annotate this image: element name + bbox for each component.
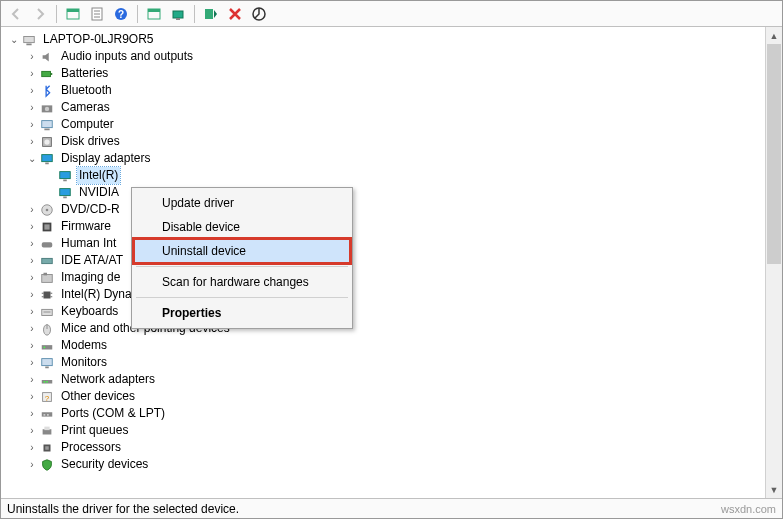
- tree-item-label: Print queues: [59, 422, 130, 439]
- tree-category-10[interactable]: IDE ATA/AT: [3, 252, 763, 269]
- tree-item-label: Modems: [59, 337, 109, 354]
- tree-category-11[interactable]: Imaging de: [3, 269, 763, 286]
- tree-item-label: Processors: [59, 439, 123, 456]
- expand-icon[interactable]: [25, 133, 39, 150]
- tree-category-12[interactable]: Intel(R) Dynamic Platform and Thermal Fr…: [3, 286, 763, 303]
- svg-rect-17: [51, 73, 53, 75]
- context-menu-separator: [136, 297, 348, 298]
- context-menu-separator: [136, 266, 348, 267]
- tree-category-14[interactable]: Mice and other pointing devices: [3, 320, 763, 337]
- tree-category-22[interactable]: Security devices: [3, 456, 763, 473]
- tree-item-label: Firmware: [59, 218, 113, 235]
- tree-category-15[interactable]: Modems: [3, 337, 763, 354]
- tree-category-9[interactable]: Human Int: [3, 235, 763, 252]
- tree-item-label: Imaging de: [59, 269, 122, 286]
- tree-category-2[interactable]: Bluetooth: [3, 82, 763, 99]
- svg-rect-50: [45, 366, 49, 368]
- expand-icon[interactable]: [25, 286, 39, 303]
- context-menu[interactable]: Update driverDisable deviceUninstall dev…: [131, 187, 353, 329]
- collapse-icon[interactable]: [7, 31, 21, 48]
- svg-point-52: [44, 380, 46, 382]
- tree-category-19[interactable]: Ports (COM & LPT): [3, 405, 763, 422]
- dvd-icon: [39, 202, 55, 218]
- device-tree[interactable]: LAPTOP-0LJR9OR5Audio inputs and outputsB…: [1, 27, 765, 498]
- scan-button[interactable]: [143, 3, 165, 25]
- tree-category-13[interactable]: Keyboards: [3, 303, 763, 320]
- expand-icon[interactable]: [25, 48, 39, 65]
- svg-rect-35: [42, 258, 53, 263]
- svg-rect-27: [63, 179, 67, 181]
- show-hidden-button[interactable]: [62, 3, 84, 25]
- monitor-icon: [39, 355, 55, 371]
- imaging-icon: [39, 270, 55, 286]
- expand-icon[interactable]: [25, 439, 39, 456]
- tree-category-0[interactable]: Audio inputs and outputs: [3, 48, 763, 65]
- properties-button[interactable]: [86, 3, 108, 25]
- expand-icon[interactable]: [25, 218, 39, 235]
- tree-category-3[interactable]: Cameras: [3, 99, 763, 116]
- svg-rect-34: [42, 242, 53, 247]
- update-driver-button[interactable]: [167, 3, 189, 25]
- battery-icon: [39, 66, 55, 82]
- expand-icon[interactable]: [25, 252, 39, 269]
- tree-device-6-1[interactable]: NVIDIA: [3, 184, 763, 201]
- tree-root[interactable]: LAPTOP-0LJR9OR5: [3, 31, 763, 48]
- svg-rect-16: [42, 71, 51, 76]
- collapse-icon[interactable]: [25, 150, 39, 167]
- modem-icon: [39, 338, 55, 354]
- context-menu-item-6[interactable]: Properties: [134, 301, 350, 325]
- tree-category-4[interactable]: Computer: [3, 116, 763, 133]
- svg-rect-24: [42, 154, 53, 161]
- tree-category-7[interactable]: DVD/CD-R: [3, 201, 763, 218]
- tree-category-6[interactable]: Display adapters: [3, 150, 763, 167]
- expand-icon[interactable]: [25, 235, 39, 252]
- tree-category-1[interactable]: Batteries: [3, 65, 763, 82]
- expand-icon[interactable]: [25, 65, 39, 82]
- status-bar: Uninstalls the driver for the selected d…: [1, 498, 782, 518]
- toolbar: ?: [1, 1, 782, 27]
- tree-category-20[interactable]: Print queues: [3, 422, 763, 439]
- tree-item-label: Monitors: [59, 354, 109, 371]
- expand-icon[interactable]: [25, 269, 39, 286]
- vertical-scrollbar[interactable]: ▲ ▼: [765, 27, 782, 498]
- scroll-down-button[interactable]: ▼: [766, 481, 782, 498]
- expand-icon[interactable]: [25, 116, 39, 133]
- expand-icon[interactable]: [25, 201, 39, 218]
- scroll-up-button[interactable]: ▲: [766, 27, 782, 44]
- expand-icon[interactable]: [25, 405, 39, 422]
- expand-icon[interactable]: [25, 354, 39, 371]
- tree-category-17[interactable]: Network adapters: [3, 371, 763, 388]
- context-menu-item-0[interactable]: Update driver: [134, 191, 350, 215]
- tree-item-label: Human Int: [59, 235, 118, 252]
- context-menu-item-4[interactable]: Scan for hardware changes: [134, 270, 350, 294]
- expand-icon[interactable]: [25, 337, 39, 354]
- expand-icon[interactable]: [25, 303, 39, 320]
- tree-category-21[interactable]: Processors: [3, 439, 763, 456]
- expand-icon[interactable]: [25, 320, 39, 337]
- help-button[interactable]: ?: [110, 3, 132, 25]
- expand-icon[interactable]: [25, 456, 39, 473]
- back-button[interactable]: [5, 3, 27, 25]
- svg-rect-62: [45, 446, 49, 450]
- tree-item-label: Disk drives: [59, 133, 122, 150]
- expand-icon[interactable]: [25, 82, 39, 99]
- uninstall-device-button[interactable]: [224, 3, 246, 25]
- tree-category-16[interactable]: Monitors: [3, 354, 763, 371]
- tree-category-5[interactable]: Disk drives: [3, 133, 763, 150]
- tree-category-8[interactable]: Firmware: [3, 218, 763, 235]
- expand-icon[interactable]: [25, 371, 39, 388]
- tree-category-18[interactable]: ?Other devices: [3, 388, 763, 405]
- svg-rect-57: [44, 414, 46, 416]
- svg-rect-20: [42, 120, 53, 127]
- context-menu-item-2[interactable]: Uninstall device: [134, 239, 350, 263]
- tree-item-label: Cameras: [59, 99, 112, 116]
- disable-device-button[interactable]: [248, 3, 270, 25]
- forward-button[interactable]: [29, 3, 51, 25]
- expand-icon[interactable]: [25, 388, 39, 405]
- tree-device-6-0[interactable]: Intel(R): [3, 167, 763, 184]
- scroll-thumb[interactable]: [767, 44, 781, 264]
- expand-icon[interactable]: [25, 422, 39, 439]
- expand-icon[interactable]: [25, 99, 39, 116]
- context-menu-item-1[interactable]: Disable device: [134, 215, 350, 239]
- enable-device-button[interactable]: [200, 3, 222, 25]
